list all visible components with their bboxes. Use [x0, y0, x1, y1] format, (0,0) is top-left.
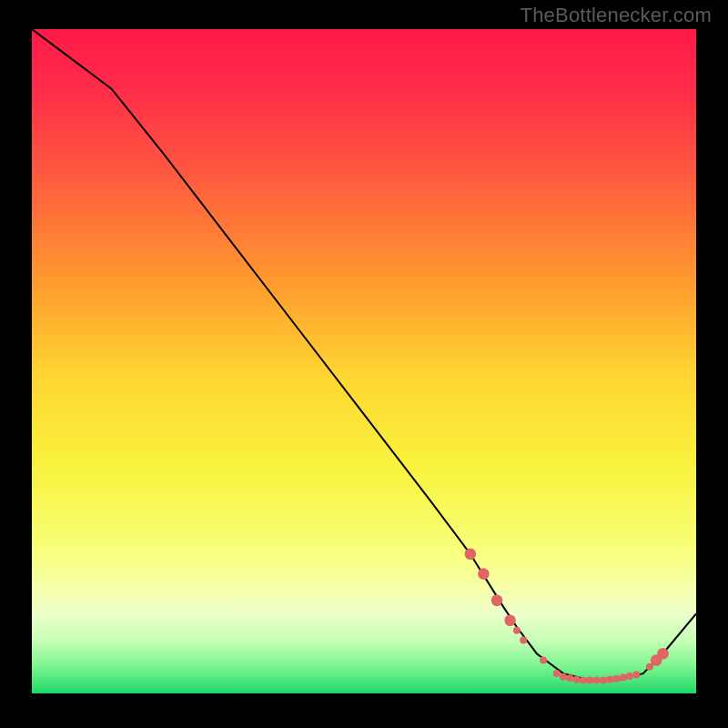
marker-point — [465, 548, 477, 560]
marker-point — [566, 674, 573, 682]
marker-point — [657, 648, 669, 660]
marker-point — [606, 676, 613, 683]
marker-point — [580, 676, 587, 683]
marker-point — [560, 673, 567, 681]
background-gradient — [32, 29, 696, 693]
marker-point — [600, 676, 607, 683]
marker-point — [553, 670, 561, 677]
chart-svg — [32, 29, 696, 693]
marker-point — [540, 657, 547, 664]
marker-point — [520, 637, 527, 644]
marker-point — [626, 672, 633, 680]
plot-frame — [32, 29, 696, 693]
marker-point — [478, 568, 490, 580]
marker-point — [513, 627, 521, 634]
marker-point — [646, 663, 653, 671]
watermark-text: TheBottlenecker.com — [521, 4, 712, 27]
marker-point — [491, 595, 503, 607]
marker-point — [593, 676, 601, 683]
marker-point — [620, 673, 627, 681]
marker-point — [632, 672, 640, 679]
chart-container: TheBottlenecker.com — [0, 0, 728, 728]
marker-point — [573, 676, 581, 683]
marker-point — [612, 675, 620, 682]
marker-point — [504, 614, 516, 626]
marker-point — [586, 676, 593, 683]
